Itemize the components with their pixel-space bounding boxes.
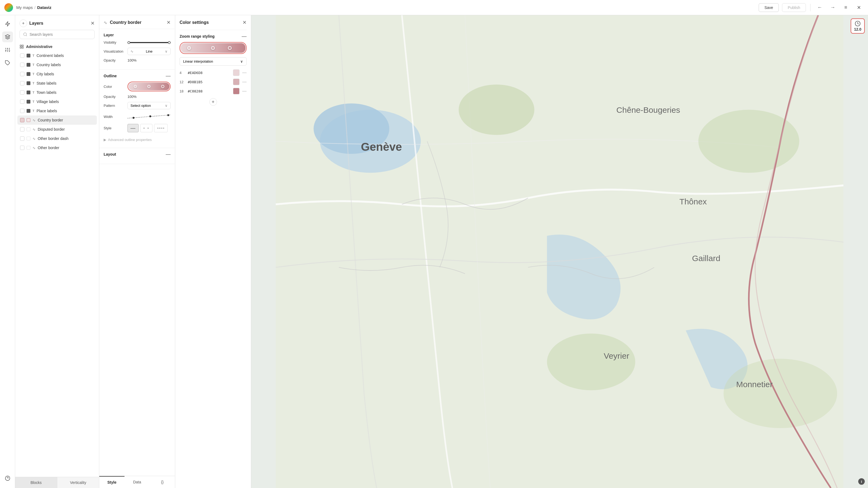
- map-svg: Genève Chêne-Bougeries Thônex Gaillard V…: [251, 15, 868, 488]
- gradient-handle-3[interactable]: [228, 46, 231, 50]
- json-tab[interactable]: {}: [150, 476, 175, 488]
- breadcrumb-base[interactable]: My maps: [16, 5, 33, 10]
- layout-collapse-button[interactable]: —: [166, 152, 170, 157]
- layer-checkbox-other-dash[interactable]: [20, 136, 24, 141]
- help-nav-button[interactable]: [2, 474, 13, 485]
- layer-checkbox-country-labels[interactable]: [20, 63, 24, 67]
- menu-button[interactable]: ≡: [841, 3, 850, 12]
- layer-checkbox-town[interactable]: [20, 90, 24, 95]
- layer-item-disputed-border[interactable]: ∿ Disputed border: [18, 125, 97, 134]
- interpolation-select[interactable]: Linear interpolation ∨: [180, 57, 247, 66]
- layer-item-other-border-dash[interactable]: ∿ Other border dash: [18, 134, 97, 143]
- svg-point-25: [699, 110, 799, 173]
- puzzle-nav-button[interactable]: [2, 58, 13, 68]
- pattern-select[interactable]: Select option ∨: [127, 102, 170, 109]
- zoom-section-collapse[interactable]: —: [242, 34, 247, 39]
- color-gradient: [181, 43, 246, 53]
- zoom-control: 12.0: [850, 19, 865, 34]
- save-button[interactable]: Save: [759, 3, 779, 12]
- layer-checkbox-city[interactable]: [20, 72, 24, 76]
- layer-label-city: City labels: [37, 72, 54, 76]
- layers-close-button[interactable]: ✕: [91, 20, 95, 26]
- svg-point-14: [24, 33, 27, 36]
- style-dash-button[interactable]: - -: [140, 124, 152, 132]
- layer-dot-village: [27, 100, 30, 104]
- info-button[interactable]: i: [858, 478, 865, 485]
- layer-checkbox-continent[interactable]: [20, 54, 24, 58]
- gradient-handle-1[interactable]: [187, 46, 191, 50]
- layer-dot-other-border: [27, 146, 30, 150]
- stop-remove-1[interactable]: —: [242, 70, 247, 75]
- layer-item-other-border[interactable]: ∿ Other border: [18, 143, 97, 152]
- opacity-label: Opacity: [104, 58, 125, 62]
- layer-checkbox-country-border[interactable]: [20, 118, 24, 122]
- color-panel-close-button[interactable]: ✕: [243, 20, 247, 26]
- visualization-select[interactable]: ∿ Line ∨: [127, 48, 170, 55]
- stop-swatch-1[interactable]: [233, 69, 240, 76]
- add-stop-button[interactable]: +: [209, 98, 217, 106]
- clock-icon: [855, 21, 861, 27]
- layer-checkbox-place[interactable]: [20, 109, 24, 113]
- color-gradient-wrapper[interactable]: [180, 42, 247, 54]
- layer-item-town-labels[interactable]: T Town labels: [18, 88, 97, 97]
- color-handle-1[interactable]: [134, 85, 137, 88]
- pattern-chevron: ∨: [165, 104, 167, 108]
- layer-checkbox-other-border[interactable]: [20, 145, 24, 150]
- style-dotdash-button[interactable]: ----: [154, 124, 167, 132]
- back-button[interactable]: ←: [815, 3, 825, 12]
- layers-nav-button[interactable]: [2, 31, 13, 42]
- width-label: Width: [104, 115, 125, 119]
- layer-item-continent-labels[interactable]: T Continent labels: [18, 51, 97, 60]
- color-handle-3[interactable]: [161, 85, 164, 88]
- layer-item-place-labels[interactable]: T Place labels: [18, 106, 97, 116]
- props-close-button[interactable]: ✕: [166, 20, 170, 26]
- outline-opacity-value: 100%: [127, 95, 136, 99]
- search-input[interactable]: [30, 32, 91, 37]
- layer-checkbox-disputed[interactable]: [20, 127, 24, 131]
- topbar-close-button[interactable]: ✕: [854, 3, 864, 12]
- layer-section: Layer Visibility Visualization ∿ Line: [99, 29, 175, 70]
- forward-button[interactable]: →: [828, 3, 838, 12]
- gradient-handle-2[interactable]: [211, 46, 215, 50]
- layer-checkbox-village[interactable]: [20, 99, 24, 104]
- visibility-handle-right[interactable]: [168, 41, 170, 44]
- svg-line-15: [26, 35, 27, 36]
- color-stop-row-2: 12 #D8B1B5 —: [180, 78, 247, 85]
- add-layer-button[interactable]: +: [20, 20, 27, 27]
- map-area[interactable]: Genève Chêne-Bougeries Thônex Gaillard V…: [251, 15, 868, 488]
- layers-search-bar[interactable]: [20, 30, 95, 39]
- sliders-nav-button[interactable]: [2, 44, 13, 55]
- lightning-nav-button[interactable]: [2, 19, 13, 29]
- layer-item-state-labels[interactable]: T State labels: [18, 78, 97, 88]
- publish-button[interactable]: Publish: [782, 3, 806, 12]
- color-bar-wrapper[interactable]: [127, 82, 170, 91]
- zoom-section-title: Zoom range styling —: [180, 34, 247, 39]
- svg-marker-1: [5, 35, 10, 37]
- layer-checkbox-state[interactable]: [20, 81, 24, 86]
- interpolation-chevron: ∨: [240, 59, 243, 63]
- layer-item-city-labels[interactable]: T City labels: [18, 69, 97, 78]
- stop-swatch-3[interactable]: [233, 88, 240, 94]
- verticality-tab[interactable]: Verticality: [57, 477, 99, 488]
- layer-item-country-labels[interactable]: T Country labels: [18, 60, 97, 69]
- breadcrumb-current: Dataviz: [37, 5, 52, 10]
- width-slider[interactable]: [127, 112, 170, 121]
- stop-remove-3[interactable]: —: [242, 89, 247, 94]
- visualization-label: Visualization: [104, 50, 125, 54]
- visibility-slider[interactable]: [127, 42, 170, 43]
- layer-item-village-labels[interactable]: T Village labels: [18, 97, 97, 106]
- layer-dot-other-dash: [27, 137, 30, 140]
- layer-item-country-border[interactable]: ∿ Country border: [18, 116, 97, 125]
- visibility-label: Visibility: [104, 40, 125, 44]
- layer-label-continent: Continent labels: [37, 54, 64, 58]
- data-tab[interactable]: Data: [124, 476, 150, 488]
- blocks-tab[interactable]: Blocks: [15, 477, 57, 488]
- visibility-handle-left[interactable]: [127, 41, 130, 44]
- stop-remove-2[interactable]: —: [242, 79, 247, 84]
- style-tab[interactable]: Style: [99, 476, 124, 488]
- stop-swatch-2[interactable]: [233, 78, 240, 85]
- color-handle-2[interactable]: [147, 85, 151, 88]
- style-solid-button[interactable]: —: [127, 124, 138, 132]
- outline-collapse-button[interactable]: —: [166, 73, 170, 78]
- advanced-toggle[interactable]: ▶ Advanced outline properties: [104, 135, 170, 144]
